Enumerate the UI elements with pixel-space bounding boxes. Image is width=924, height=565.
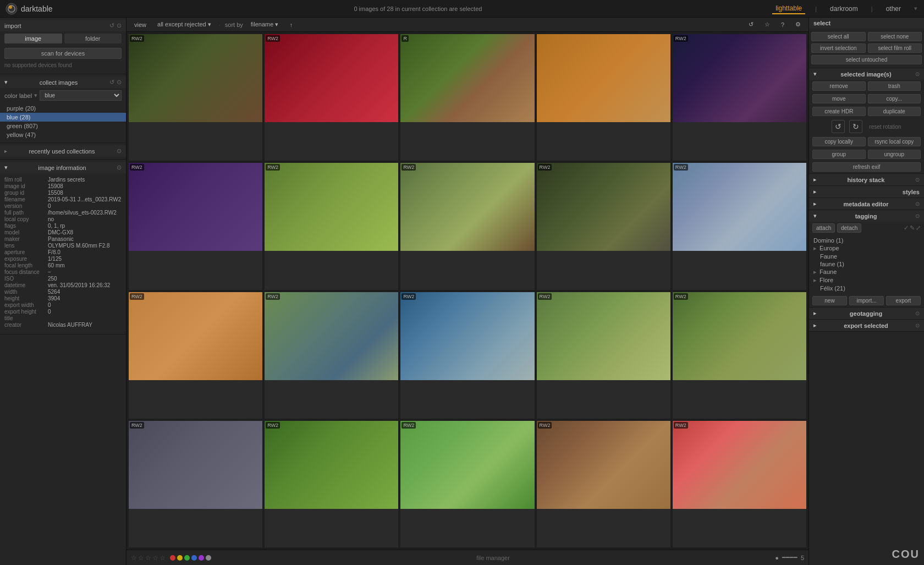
star-4[interactable]: ☆ [152,554,158,562]
nav-other[interactable]: other [883,4,904,14]
color-dot-3[interactable] [191,555,197,561]
color-dot-2[interactable] [184,555,190,561]
color-list-item[interactable]: yellow (47) [0,130,126,139]
trash-button[interactable]: trash [868,81,921,91]
nav-lighttable[interactable]: lighttable [772,3,805,14]
tag-new-button[interactable]: new [812,296,847,305]
photo-cell[interactable]: RW2 [265,292,398,419]
scan-devices-button[interactable]: scan for devices [4,48,122,59]
photo-cell[interactable]: RW2 [673,163,806,289]
tag-tree-item[interactable]: ▸ Flore [813,276,920,284]
tag-export-button[interactable]: export [886,296,921,305]
rp-export-header[interactable]: ▸ export selected ⊙ [809,320,924,331]
tag-tree-item[interactable]: ▸ Faune [813,268,920,276]
photo-cell[interactable]: RW2 [129,34,262,161]
rp-tagging-header[interactable]: ▾ tagging ⊙ [809,210,924,222]
tag-tree-item[interactable]: Faune [813,253,920,260]
sort-asc-button[interactable]: ↑ [286,20,296,29]
star-5[interactable]: ☆ [160,554,166,562]
color-list-item[interactable]: green (807) [0,122,126,130]
star-1[interactable]: ☆ [131,554,137,562]
select-all-button[interactable]: select all [811,32,866,41]
star-3[interactable]: ☆ [145,554,151,562]
photo-cell[interactable]: RW2 [400,421,534,547]
photo-cell[interactable]: RW2 [537,292,670,419]
rp-history-header[interactable]: ▸ history stack ⊙ [809,174,924,185]
settings-button[interactable]: ⚙ [792,20,804,29]
tab-image[interactable]: image [4,34,62,43]
tab-folder[interactable]: folder [64,34,122,43]
select-untouched-button[interactable]: select untouched [811,55,922,64]
rp-metadata-arrow: ▸ [813,200,817,207]
image-info-header[interactable]: ▾ image information ⊙ [0,162,126,173]
sort-button[interactable]: filename ▾ [248,20,282,29]
rp-select-header[interactable]: select [809,18,924,29]
filter-button[interactable]: all except rejected ▾ [154,20,215,29]
view-button[interactable]: view [131,20,150,29]
color-dot-4[interactable] [199,555,204,561]
photo-format-badge: RW2 [402,164,416,171]
import-section-header[interactable]: import ↺ ⊙ [0,20,126,31]
photo-cell[interactable] [537,34,670,161]
expand-icon[interactable]: ⤢ [916,224,921,232]
photo-cell[interactable]: RW2 [537,163,670,289]
copy-locally-button[interactable]: copy locally [812,137,866,146]
rp-selected-header[interactable]: ▾ selected image(s) ⊙ [809,68,924,80]
photo-cell[interactable]: RW2 [673,292,806,419]
nav-darkroom[interactable]: darkroom [827,4,861,14]
color-dot-1[interactable] [177,555,183,561]
ungroup-button[interactable]: ungroup [868,150,921,159]
rotate-ccw-button[interactable]: ↺ [832,120,845,133]
recently-used-header[interactable]: ▸ recently used collections ⊙ [0,145,126,157]
photo-cell[interactable]: RW2 [673,421,806,547]
color-list-item[interactable]: purple (20) [0,104,126,113]
tag-import-button[interactable]: import... [849,296,884,305]
photo-cell[interactable]: RW2 [673,34,806,161]
star-button[interactable]: ☆ [761,20,773,29]
collect-filter-select[interactable]: blue [40,90,122,101]
copy-button[interactable]: copy... [868,94,921,103]
color-dot-0[interactable] [170,555,175,561]
attach-button[interactable]: attach [812,223,835,233]
film-roll-button[interactable]: select film roll [868,43,922,53]
photo-cell[interactable]: RW2 [129,163,262,289]
help-button[interactable]: ? [778,20,788,29]
photo-cell[interactable]: RW2 [265,34,398,161]
select-none-button[interactable]: select none [868,32,922,41]
color-list-item[interactable]: blue (28) [0,113,126,122]
tag-tree-item[interactable]: Félix (21) [813,284,920,292]
photo-cell[interactable]: R [400,34,534,161]
color-dot-5[interactable] [206,555,211,561]
zoom-icon: ● [775,555,779,561]
tag-tree-item[interactable]: faune (1) [813,260,920,268]
rotate-cw-button[interactable]: ↻ [849,120,862,133]
create-hdr-button[interactable]: create HDR [812,107,866,116]
photo-cell[interactable]: RW2 [537,421,670,547]
rsync-button[interactable]: rsync local copy [868,137,921,146]
photo-cell[interactable]: RW2 [265,163,398,289]
photo-cell[interactable]: RW2 [129,421,262,547]
collect-section-header[interactable]: ▾ collect images ↺ ⊙ [0,76,126,88]
rp-metadata-header[interactable]: ▸ metadata editor ⊙ [809,198,924,210]
refresh-exif-button[interactable]: refresh exif [812,162,921,172]
tag-tree-item[interactable]: ▸ Europe [813,244,920,253]
rp-styles-header[interactable]: ▸ styles [809,186,924,198]
tag-tree-item[interactable]: Domino (1) [813,237,920,244]
edit-icon[interactable]: ✎ [910,224,915,232]
detach-button[interactable]: detach [837,223,861,233]
group-button[interactable]: group [812,150,866,159]
star-2[interactable]: ☆ [138,554,144,562]
check-icon[interactable]: ✓ [904,224,909,232]
photo-cell[interactable]: RW2 [129,292,262,419]
move-button[interactable]: move [812,94,866,103]
refresh-button[interactable]: ↺ [745,20,757,29]
photo-cell[interactable]: RW2 [400,163,534,289]
remove-button[interactable]: remove [812,81,866,91]
photo-cell[interactable]: RW2 [400,292,534,419]
info-field-row: image id15908 [4,183,122,189]
photo-cell[interactable]: RW2 [265,421,398,547]
rp-geotagging-header[interactable]: ▸ geotagging ⊙ [809,308,924,319]
duplicate-button[interactable]: duplicate [868,107,921,116]
selected-row-6: refresh exif [809,161,924,173]
invert-selection-button[interactable]: invert selection [811,43,866,53]
